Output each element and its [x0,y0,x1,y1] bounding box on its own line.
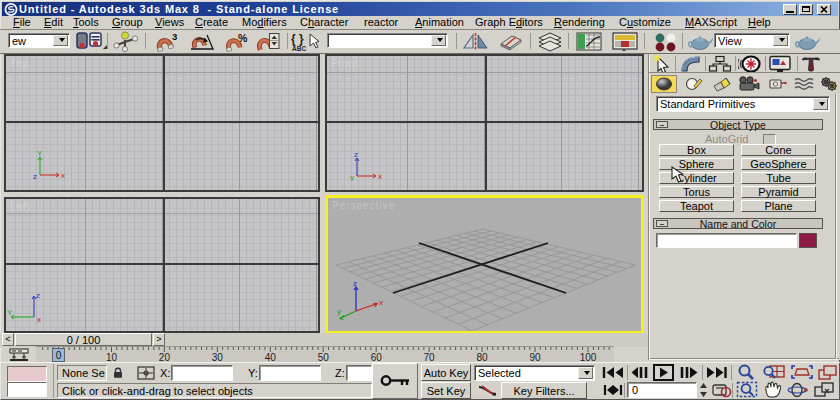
svg-text:30: 30 [212,352,224,363]
svg-text:ABC: ABC [292,45,306,52]
svg-text:z: z [36,291,40,300]
svg-text:Y: Y [7,308,13,317]
svg-text:z: z [33,172,37,180]
svg-text:60: 60 [371,352,383,363]
svg-text:z: z [354,150,358,159]
svg-text:50: 50 [318,352,330,363]
svg-text:3: 3 [172,31,177,42]
svg-text:Y: Y [37,149,43,158]
svg-text:70: 70 [424,352,436,363]
svg-text:100: 100 [580,352,597,363]
svg-text:y: y [350,173,354,181]
svg-text:90: 90 [529,352,541,363]
svg-text:10: 10 [106,352,118,363]
svg-text:20: 20 [159,352,171,363]
svg-text:x: x [61,171,65,180]
svg-text:80: 80 [477,352,489,363]
svg-text:40: 40 [265,352,277,363]
svg-text:%: % [238,32,248,44]
svg-text:{ }: { } [291,32,304,46]
svg-text:x: x [37,315,41,323]
svg-text:x: x [378,172,382,181]
